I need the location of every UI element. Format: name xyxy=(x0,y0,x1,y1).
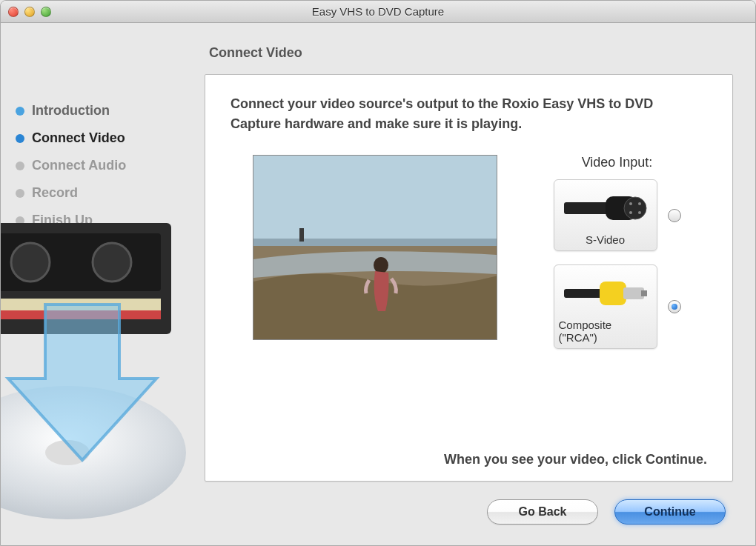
svideo-label: S-Video xyxy=(586,233,625,246)
composite-radio[interactable] xyxy=(668,300,681,313)
svg-rect-4 xyxy=(0,299,161,310)
composite-label: Composite ("RCA") xyxy=(559,319,652,344)
video-input-label: Video Input: xyxy=(527,155,707,170)
svg-point-6 xyxy=(0,386,186,519)
svg-point-3 xyxy=(93,243,131,282)
content-panel: Connect your video source's output to th… xyxy=(205,74,733,482)
svg-rect-12 xyxy=(299,228,304,242)
step-bullet-icon xyxy=(16,216,24,225)
close-window-button[interactable] xyxy=(8,7,19,17)
titlebar: Easy VHS to DVD Capture xyxy=(1,1,755,23)
hint-text: When you see your video, click Continue. xyxy=(231,430,707,467)
input-option-svideo[interactable]: S-Video xyxy=(527,179,707,251)
svg-rect-20 xyxy=(564,289,603,298)
svg-rect-8 xyxy=(253,156,497,246)
button-row: Go Back Continue xyxy=(205,482,733,545)
go-back-button[interactable]: Go Back xyxy=(487,499,598,525)
video-preview xyxy=(253,155,497,340)
media-row: Video Input: xyxy=(231,155,707,362)
step-label: Connect Audio xyxy=(32,158,126,173)
content-area: Introduction Connect Video Connect Audio… xyxy=(1,23,755,545)
svg-point-16 xyxy=(629,202,632,205)
page-heading: Connect Video xyxy=(205,45,733,61)
sidebar-step-introduction[interactable]: Introduction xyxy=(1,97,197,124)
step-bullet-icon xyxy=(16,134,24,143)
composite-card: Composite ("RCA") xyxy=(554,264,657,349)
sidebar-step-connect-video[interactable]: Connect Video xyxy=(1,124,197,152)
svg-rect-22 xyxy=(623,287,644,299)
step-label: Connect Video xyxy=(32,130,125,146)
video-input-panel: Video Input: xyxy=(520,155,707,362)
svg-point-19 xyxy=(638,211,641,214)
svg-point-18 xyxy=(629,211,632,214)
svg-point-7 xyxy=(45,440,90,465)
svg-point-2 xyxy=(11,243,50,282)
step-label: Introduction xyxy=(32,103,110,119)
continue-button[interactable]: Continue xyxy=(614,499,726,525)
window-title: Easy VHS to DVD Capture xyxy=(1,5,755,18)
step-label: Record xyxy=(32,185,78,201)
zoom-window-button[interactable] xyxy=(41,7,51,17)
svg-rect-0 xyxy=(0,223,171,334)
vhs-artwork-icon xyxy=(0,216,208,527)
svideo-connector-icon xyxy=(561,187,650,229)
svg-rect-21 xyxy=(600,282,626,305)
sidebar-step-finish-up[interactable]: Finish Up xyxy=(1,207,197,234)
input-option-composite[interactable]: Composite ("RCA") xyxy=(527,264,707,349)
svideo-card: S-Video xyxy=(554,179,657,251)
sidebar-step-record[interactable]: Record xyxy=(1,179,197,207)
svg-rect-13 xyxy=(564,202,609,214)
svg-rect-5 xyxy=(0,310,161,319)
window-controls xyxy=(8,7,51,17)
instruction-text: Connect your video source's output to th… xyxy=(231,94,707,134)
step-bullet-icon xyxy=(16,107,24,116)
svg-rect-1 xyxy=(0,233,161,291)
composite-connector-icon xyxy=(561,273,650,314)
svg-point-11 xyxy=(374,257,388,273)
svideo-radio[interactable] xyxy=(668,209,681,222)
main-area: Connect Video Connect your video source'… xyxy=(197,23,755,545)
sidebar: Introduction Connect Video Connect Audio… xyxy=(1,23,197,545)
step-label: Finish Up xyxy=(32,213,93,228)
step-bullet-icon xyxy=(16,162,24,170)
app-window: Easy VHS to DVD Capture Introduction Con… xyxy=(0,0,756,546)
svg-rect-23 xyxy=(641,290,647,296)
svg-point-17 xyxy=(638,202,641,205)
step-list: Introduction Connect Video Connect Audio… xyxy=(1,97,197,234)
sidebar-step-connect-audio[interactable]: Connect Audio xyxy=(1,152,197,179)
svg-point-15 xyxy=(624,197,646,219)
step-bullet-icon xyxy=(16,189,24,198)
minimize-window-button[interactable] xyxy=(24,7,35,17)
